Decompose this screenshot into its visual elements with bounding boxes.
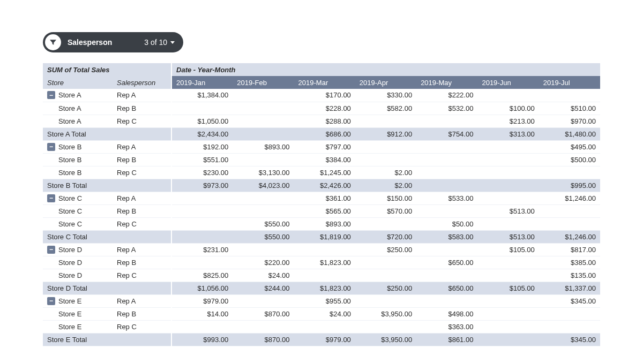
total-row: Store C Total$550.00$1,819.00$720.00$583…	[43, 230, 600, 243]
value-cell: $870.00	[233, 307, 294, 320]
value-cell	[233, 243, 294, 256]
collapse-button[interactable]: −	[47, 91, 55, 99]
value-cell	[539, 204, 600, 217]
value-cell: $551.00	[171, 153, 233, 166]
value-cell: $231.00	[171, 243, 233, 256]
month-header[interactable]: 2019-Mar	[294, 76, 355, 89]
value-cell: $817.00	[539, 243, 600, 256]
rep-cell: Rep B	[113, 153, 171, 166]
total-cell: $870.00	[233, 333, 294, 346]
value-cell	[477, 166, 539, 179]
total-cell: $1,337.00	[539, 282, 600, 294]
rep-cell: Rep C	[113, 166, 171, 179]
value-cell: $893.00	[294, 217, 355, 230]
store-cell: Store B	[43, 166, 113, 179]
rep-cell: Rep A	[113, 140, 171, 153]
store-label: Store C	[47, 207, 82, 215]
value-cell: $222.00	[416, 89, 477, 102]
store-label: Store A	[47, 104, 81, 112]
collapse-button[interactable]: −	[47, 194, 55, 202]
value-cell	[233, 102, 294, 115]
total-cell: $105.00	[477, 282, 539, 294]
value-cell: $533.00	[416, 192, 477, 204]
value-cell: $50.00	[416, 217, 477, 230]
value-cell: $1,823.00	[294, 256, 355, 269]
value-cell: $363.00	[416, 320, 477, 333]
value-cell	[416, 269, 477, 282]
total-row: Store D Total$1,056.00$244.00$1,823.00$2…	[43, 282, 600, 294]
value-cell: $192.00	[171, 140, 233, 153]
value-cell: $228.00	[294, 102, 355, 115]
table-row: Store ARep B$228.00$582.00$532.00$100.00…	[43, 102, 600, 115]
table-row: Store CRep C$550.00$893.00$50.00	[43, 217, 600, 230]
value-cell	[416, 243, 477, 256]
value-cell: $955.00	[294, 294, 355, 307]
total-row: Store A Total$2,434.00$686.00$912.00$754…	[43, 127, 600, 140]
value-cell: $513.00	[477, 204, 539, 217]
value-cell: $170.00	[294, 89, 355, 102]
value-cell: $345.00	[539, 294, 600, 307]
value-cell	[477, 320, 539, 333]
table-row: −Store ARep A$1,384.00$170.00$330.00$222…	[43, 89, 600, 102]
store-label: Store A	[58, 91, 81, 99]
total-cell: $3,950.00	[355, 333, 416, 346]
month-header[interactable]: 2019-Feb	[233, 76, 294, 89]
value-cell	[355, 140, 416, 153]
month-header[interactable]: 2019-Apr	[355, 76, 416, 89]
total-cell: $2,426.00	[294, 179, 355, 192]
month-header[interactable]: 2019-Jun	[477, 76, 539, 89]
value-cell	[477, 256, 539, 269]
value-cell: $2.00	[355, 166, 416, 179]
rep-cell: Rep C	[113, 217, 171, 230]
table-row: Store ERep B$14.00$870.00$24.00$3,950.00…	[43, 307, 600, 320]
month-header[interactable]: 2019-Jul	[539, 76, 600, 89]
measure-header: SUM of Total Sales	[43, 63, 171, 76]
store-cell: Store B	[43, 153, 113, 166]
value-cell: $565.00	[294, 204, 355, 217]
table-row: −Store BRep A$192.00$893.00$797.00$495.0…	[43, 140, 600, 153]
value-cell: $650.00	[416, 256, 477, 269]
store-label: Store D	[47, 259, 82, 267]
table-row: Store DRep B$220.00$1,823.00$650.00$385.…	[43, 256, 600, 269]
value-cell: $893.00	[233, 140, 294, 153]
value-cell	[477, 269, 539, 282]
value-cell: $384.00	[294, 153, 355, 166]
store-cell: Store D	[43, 269, 113, 282]
row-dim1-header[interactable]: Store	[43, 76, 113, 89]
total-cell: $1,823.00	[294, 282, 355, 294]
value-cell: $361.00	[294, 192, 355, 204]
rep-cell: Rep B	[113, 102, 171, 115]
value-cell	[477, 192, 539, 204]
store-label: Store C	[47, 220, 82, 228]
total-row: Store B Total$973.00$4,023.00$2,426.00$2…	[43, 179, 600, 192]
collapse-button[interactable]: −	[47, 246, 55, 254]
value-cell: $825.00	[171, 269, 233, 282]
month-header[interactable]: 2019-May	[416, 76, 477, 89]
store-cell: Store E	[43, 307, 113, 320]
total-cell: $583.00	[416, 230, 477, 243]
value-cell	[416, 140, 477, 153]
total-cell: $912.00	[355, 127, 416, 140]
total-row: Store E Total$993.00$870.00$979.00$3,950…	[43, 333, 600, 346]
value-cell	[294, 269, 355, 282]
collapse-button[interactable]: −	[47, 297, 55, 305]
store-label: Store E	[47, 323, 81, 331]
value-cell	[355, 256, 416, 269]
value-cell	[416, 115, 477, 127]
rep-cell: Rep C	[113, 115, 171, 127]
row-dim2-header[interactable]: Salesperson	[113, 76, 171, 89]
value-cell	[355, 153, 416, 166]
collapse-button[interactable]: −	[47, 143, 55, 151]
month-header[interactable]: 2019-Jan	[171, 76, 233, 89]
table-row: Store BRep C$230.00$3,130.00$1,245.00$2.…	[43, 166, 600, 179]
table-row: Store ARep C$1,050.00$288.00$213.00$970.…	[43, 115, 600, 127]
value-cell: $1,246.00	[539, 192, 600, 204]
table-row: −Store CRep A$361.00$150.00$533.00$1,246…	[43, 192, 600, 204]
total-cell: $345.00	[539, 333, 600, 346]
total-label: Store C Total	[43, 230, 171, 243]
total-label: Store E Total	[43, 333, 171, 346]
value-cell	[171, 320, 233, 333]
total-cell: $250.00	[355, 282, 416, 294]
value-cell	[416, 294, 477, 307]
filter-pill-salesperson[interactable]: Salesperson 3 of 10	[43, 32, 183, 52]
